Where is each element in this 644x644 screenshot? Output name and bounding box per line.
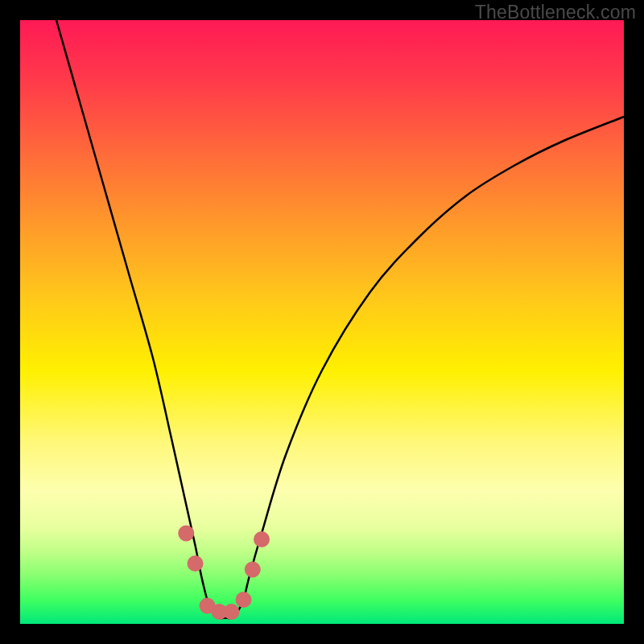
highlight-dot [178, 526, 194, 542]
highlight-dot [245, 562, 261, 578]
plot-area [20, 20, 624, 624]
chart-frame: TheBottleneck.com [0, 0, 644, 644]
highlight-dots [178, 526, 270, 621]
highlight-dot [236, 592, 252, 608]
highlight-dot [224, 604, 240, 620]
highlight-dot [188, 555, 204, 572]
highlight-dot [254, 531, 270, 547]
bottleneck-curve [56, 20, 624, 618]
curve-svg [20, 20, 624, 624]
